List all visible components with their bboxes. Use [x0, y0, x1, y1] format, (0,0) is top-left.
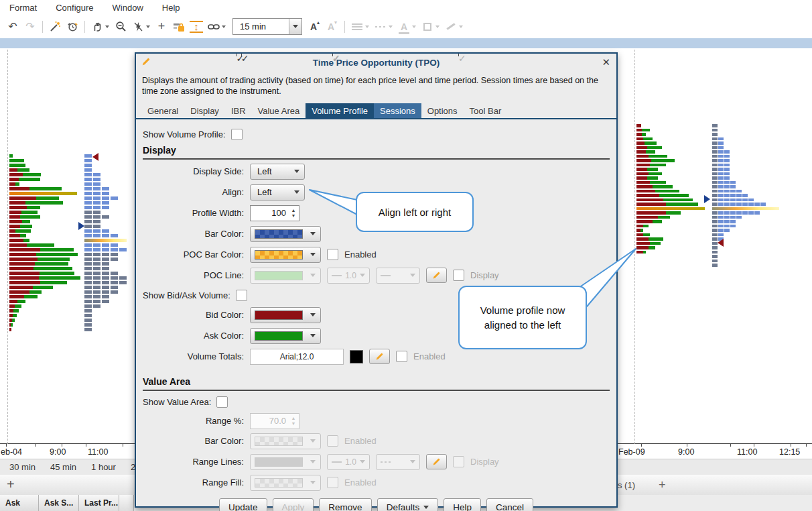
ask-volume-bar: [23, 173, 41, 176]
alarm-clock-icon[interactable]: [66, 19, 79, 35]
chevron-down-icon[interactable]: [459, 25, 463, 28]
poc-line-color-dropdown[interactable]: [250, 268, 321, 284]
chevron-down-icon[interactable]: [146, 25, 150, 28]
zoom-out-icon[interactable]: [114, 19, 127, 35]
combo-arrow-button[interactable]: [289, 19, 301, 34]
menu-format[interactable]: Format: [9, 3, 37, 13]
tpo-block: [93, 267, 100, 270]
crosshair-plus-icon[interactable]: +: [155, 19, 168, 35]
tab-value-area[interactable]: Value Area: [252, 103, 306, 118]
chevron-down-icon[interactable]: [365, 25, 369, 28]
range-lines-display-checkbox[interactable]: ✓: [453, 456, 464, 467]
remove-button[interactable]: Remove: [319, 498, 371, 511]
show-value-area-checkbox[interactable]: ✓: [216, 396, 228, 408]
pointer-mode-icon[interactable]: [131, 19, 145, 35]
bid-volume-bar: [636, 141, 645, 145]
tab-options[interactable]: Options: [421, 103, 464, 118]
apply-button[interactable]: Apply: [273, 498, 314, 511]
range-pct-spinner[interactable]: 70.0 ▲▼: [250, 413, 299, 429]
range-lines-width-dropdown[interactable]: 1.0: [327, 454, 370, 470]
magic-wand-icon[interactable]: [48, 19, 62, 35]
poc-line-display-checkbox[interactable]: ✓: [453, 270, 464, 281]
column-header-ask[interactable]: Ask: [0, 495, 39, 511]
volume-totals-font-field[interactable]: Arial;12.0: [250, 349, 344, 365]
font-increase-icon[interactable]: A▴: [308, 19, 322, 35]
timeframe-tab-30min[interactable]: 30 min: [9, 462, 36, 472]
font-decrease-icon[interactable]: A▾: [326, 19, 339, 35]
column-header-ask-size[interactable]: Ask S...: [39, 495, 79, 511]
show-volume-profile-checkbox[interactable]: ✓: [231, 129, 243, 140]
chevron-down-icon[interactable]: [412, 25, 416, 28]
tab-volume-profile[interactable]: Volume Profile: [306, 103, 374, 118]
tpo-block: [93, 215, 100, 219]
timeframe-tab-45min[interactable]: 45 min: [50, 462, 76, 472]
poc-line-edit-button[interactable]: [426, 268, 447, 283]
range-lines-color-dropdown[interactable]: [250, 454, 321, 470]
add-page-button[interactable]: +: [659, 478, 666, 492]
tab-general[interactable]: General: [141, 103, 184, 118]
show-bid-ask-checkbox[interactable]: ✓: [236, 290, 247, 301]
line-style-icon[interactable]: [374, 19, 387, 35]
chevron-down-icon[interactable]: [222, 25, 226, 28]
link-charts-icon[interactable]: [207, 19, 220, 35]
poc-bar-color-dropdown[interactable]: [250, 247, 321, 263]
tab-sessions[interactable]: Sessions: [374, 103, 421, 118]
menu-window[interactable]: Window: [113, 3, 143, 13]
volume-totals-enabled-checkbox[interactable]: ✓: [396, 351, 407, 362]
column-header-last-price[interactable]: Last Pr...: [79, 495, 119, 511]
close-icon[interactable]: ✕: [602, 56, 610, 68]
tpo-block: [724, 185, 730, 188]
tab-ibr[interactable]: IBR: [225, 103, 252, 118]
chevron-down-icon[interactable]: [105, 25, 109, 28]
chevron-down-icon[interactable]: [435, 25, 439, 28]
volume-totals-edit-button[interactable]: [369, 349, 390, 364]
spinner-arrows[interactable]: ▲▼: [289, 208, 299, 219]
range-lines-style-dropdown[interactable]: [376, 454, 420, 470]
display-side-dropdown[interactable]: Left: [250, 164, 305, 180]
lock-study-icon[interactable]: [172, 19, 186, 35]
tpo-block: [111, 234, 118, 237]
align-dropdown[interactable]: Left: [250, 184, 305, 201]
font-color-icon[interactable]: A: [397, 19, 411, 35]
bid-volume-bar: [9, 286, 33, 289]
line-width-icon[interactable]: [350, 19, 364, 35]
help-button[interactable]: Help: [444, 498, 481, 511]
fit-vertical-icon[interactable]: ↕: [190, 21, 203, 33]
tpo-block: [84, 262, 92, 266]
ask-color-dropdown[interactable]: [250, 328, 321, 344]
poc-line-width-dropdown[interactable]: 1.0: [327, 268, 370, 284]
chevron-down-icon: [310, 253, 316, 256]
range-lines-edit-button[interactable]: [426, 454, 447, 469]
partial-tab-label[interactable]: s (1): [618, 480, 635, 490]
menu-configure[interactable]: Configure: [56, 3, 93, 13]
poc-line-style-dropdown[interactable]: [376, 268, 420, 284]
chevron-down-icon[interactable]: [389, 25, 393, 28]
timeframe-tab-1hour[interactable]: 1 hour: [91, 462, 116, 472]
pen-color-icon[interactable]: [444, 19, 458, 35]
timeframe-select[interactable]: 15 min: [232, 18, 302, 35]
pan-hand-icon[interactable]: [90, 19, 104, 35]
fill-color-icon[interactable]: [421, 19, 434, 35]
bid-color-dropdown[interactable]: [250, 307, 321, 323]
bar-color-dropdown[interactable]: [250, 226, 321, 242]
defaults-button[interactable]: Defaults: [377, 498, 439, 511]
update-button[interactable]: Update: [219, 498, 267, 511]
bid-volume-bar: [636, 137, 643, 141]
redo-icon[interactable]: ↷: [23, 19, 37, 35]
range-fill-color-dropdown[interactable]: [250, 475, 321, 491]
edit-pencil-icon: [375, 352, 384, 361]
volume-totals-color-swatch[interactable]: [350, 350, 363, 363]
tab-tool-bar[interactable]: Tool Bar: [464, 103, 508, 118]
add-tab-button[interactable]: +: [7, 477, 15, 492]
range-fill-enabled-checkbox[interactable]: ✓: [327, 477, 338, 488]
tpo-block: [102, 258, 109, 261]
undo-icon[interactable]: ↶: [6, 19, 19, 35]
tab-display[interactable]: Display: [184, 103, 225, 118]
profile-width-spinner[interactable]: 100 ▲▼: [250, 205, 299, 221]
poc-bar-enabled-checkbox[interactable]: ✓: [327, 249, 338, 260]
menu-help[interactable]: Help: [162, 3, 180, 13]
va-bar-enabled-checkbox[interactable]: ✓: [327, 435, 338, 447]
cancel-button[interactable]: Cancel: [486, 498, 533, 511]
tpo-block: [718, 194, 724, 197]
va-bar-color-dropdown[interactable]: [250, 433, 321, 449]
